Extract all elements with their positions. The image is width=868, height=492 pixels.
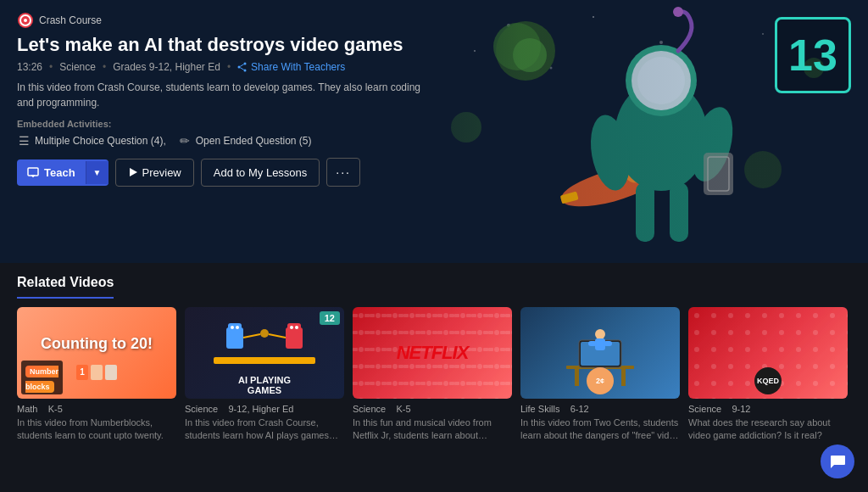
brand-bar: Crash Course <box>17 12 458 29</box>
svg-rect-43 <box>228 323 242 333</box>
hero-content: Crash Course Let's make an AI that destr… <box>0 0 475 198</box>
video-thumb-5: KQED <box>688 307 848 399</box>
chat-icon <box>829 453 846 470</box>
preview-label: Preview <box>142 166 181 179</box>
svg-line-36 <box>240 64 243 67</box>
video-thumb-4: 2¢ <box>520 307 680 399</box>
svg-point-35 <box>238 66 241 69</box>
video-card-3[interactable]: NETFLIX Science K-5 In this fun and musi… <box>353 307 512 443</box>
svg-rect-58 <box>575 369 579 386</box>
svg-point-44 <box>231 326 234 329</box>
embedded-label: Embedded Activities: <box>17 119 458 129</box>
svg-line-51 <box>269 334 286 338</box>
svg-line-37 <box>240 68 243 70</box>
activity-mcq-label: Multiple Choice Question (4), <box>35 135 166 147</box>
card-meta-5: Science 9-12 <box>688 404 848 414</box>
svg-line-50 <box>243 334 260 338</box>
svg-point-45 <box>236 326 239 329</box>
video-grade: Grades 9-12, Higher Ed <box>113 61 220 73</box>
teach-label: Teach <box>44 166 75 179</box>
tv-icon <box>27 166 39 178</box>
svg-point-32 <box>24 19 27 22</box>
svg-point-52 <box>260 329 269 338</box>
brand-logo-icon <box>17 12 34 29</box>
svg-point-33 <box>244 63 247 65</box>
activity-mcq: ☰ Multiple Choice Question (4), <box>17 134 166 148</box>
card-desc-5: What does the research say about video g… <box>688 417 848 443</box>
related-title: Related Videos <box>17 275 114 299</box>
video-subject: Science <box>59 61 96 73</box>
svg-rect-59 <box>621 369 626 386</box>
svg-rect-41 <box>214 357 315 364</box>
action-row: Teach ▼ Preview Add to My Lessons ··· <box>17 158 458 187</box>
svg-rect-67 <box>604 341 612 346</box>
share-icon <box>237 62 248 72</box>
card-desc-2: In this video from Crash Course, student… <box>185 417 344 443</box>
card-desc-3: In this fun and musical video from Netfl… <box>353 417 512 443</box>
card-meta-4: Life Skills 6-12 <box>520 404 680 414</box>
chat-button[interactable] <box>821 444 854 478</box>
activity-oeq: ✏ Open Ended Question (5) <box>178 134 312 148</box>
video-meta: 13:26 • Science • Grades 9-12, Higher Ed… <box>17 61 458 73</box>
svg-point-48 <box>290 326 293 329</box>
svg-rect-47 <box>287 323 301 333</box>
episode-badge: 13 <box>775 17 851 93</box>
play-icon <box>130 168 137 176</box>
more-options-button[interactable]: ··· <box>326 158 360 187</box>
video-duration: 13:26 <box>17 61 42 73</box>
add-label: Add to My Lessons <box>214 166 308 179</box>
video-thumb-2: AI PLAYINGGAMES 12 <box>185 307 344 399</box>
card-meta-2: Science 9-12, Higher Ed <box>185 404 344 414</box>
teach-button[interactable]: Teach ▼ <box>17 159 108 186</box>
card-desc-4: In this video from Two Cents, students l… <box>520 417 680 443</box>
teach-dropdown-arrow[interactable]: ▼ <box>86 161 108 184</box>
grade-badge-2: 12 <box>320 311 340 325</box>
related-section: Related Videos Counting to 20! 1 <box>0 263 868 492</box>
add-to-lessons-button[interactable]: Add to My Lessons <box>201 159 320 187</box>
svg-point-49 <box>295 326 298 329</box>
card-meta-3: Science K-5 <box>353 404 512 414</box>
video-card-1[interactable]: Counting to 20! 1 Numberblocks Math <box>17 307 176 443</box>
svg-rect-38 <box>28 168 38 176</box>
share-label: Share With Teachers <box>251 61 345 73</box>
netflix-logo: NETFLIX <box>397 342 469 364</box>
video-thumb-1: Counting to 20! 1 Numberblocks <box>17 307 176 399</box>
badge-number: 13 <box>788 30 837 81</box>
channel-logo: Numberblocks <box>21 361 63 394</box>
card-meta-1: Math K-5 <box>17 404 176 414</box>
activity-oeq-label: Open Ended Question (5) <box>196 135 312 147</box>
video-title: Let's make an AI that destroys video gam… <box>17 34 458 56</box>
video-card-2[interactable]: AI PLAYINGGAMES 12 Science 9-12, Higher … <box>185 307 344 443</box>
video-description: In this video from Crash Course, student… <box>17 80 424 110</box>
svg-point-34 <box>244 70 247 72</box>
mcq-icon: ☰ <box>17 134 31 148</box>
video-card-5[interactable]: KQED Science 9-12 What does the research… <box>688 307 848 443</box>
video-thumb-3: NETFLIX <box>353 307 512 399</box>
more-label: ··· <box>336 165 351 179</box>
share-with-teachers-button[interactable]: Share With Teachers <box>237 61 345 73</box>
svg-rect-66 <box>588 341 597 346</box>
oeq-icon: ✏ <box>178 134 192 148</box>
preview-button[interactable]: Preview <box>115 159 194 187</box>
video-card-4[interactable]: 2¢ Life Skills 6-12 In this video from T… <box>520 307 680 443</box>
svg-point-64 <box>595 329 605 339</box>
ai-game-illustration <box>214 310 315 370</box>
card-desc-1: In this video from Numberblocks, student… <box>17 417 176 443</box>
two-cents-badge: 2¢ <box>587 367 614 394</box>
kqed-badge: KQED <box>754 367 782 394</box>
hero-section: 13 Crash Course Let's make an AI that de… <box>0 0 868 263</box>
activities-row: ☰ Multiple Choice Question (4), ✏ Open E… <box>17 134 458 148</box>
videos-grid: Counting to 20! 1 Numberblocks Math <box>17 307 851 443</box>
brand-name: Crash Course <box>39 14 102 26</box>
